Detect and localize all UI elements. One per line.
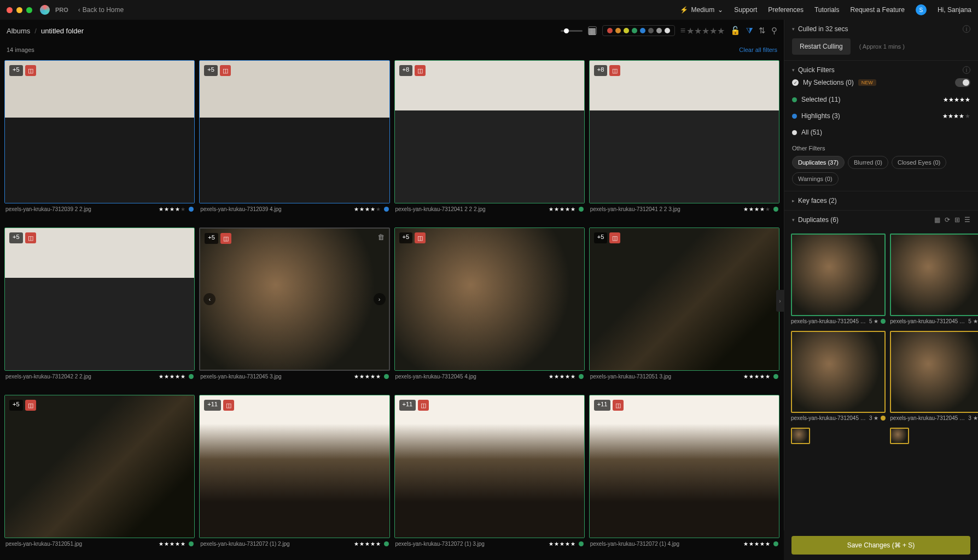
next-arrow[interactable]: › (374, 293, 386, 305)
star-rating[interactable]: ★★★★★ (159, 541, 185, 547)
nav-preferences[interactable]: Preferences (768, 6, 804, 14)
image-card[interactable]: +5◫pexels-yan-krukau-7312039 2 2.jpg★★★★… (4, 60, 195, 223)
view-list-icon[interactable]: ☰ (964, 216, 970, 224)
star-rating[interactable]: ★★★★★ (549, 374, 575, 380)
group-icon[interactable]: ◫ (25, 65, 36, 76)
group-icon[interactable]: ◫ (609, 65, 620, 76)
lock-icon[interactable]: 🔓 (730, 26, 741, 36)
color-dot[interactable] (665, 28, 670, 33)
save-changes-button[interactable]: Save Changes (⌘ + S) (791, 536, 970, 555)
color-dot[interactable] (656, 28, 662, 33)
star-rating[interactable]: ★★★★★ (743, 374, 770, 380)
image-card[interactable]: +5◫pexels-yan-krukau-7312042 2 2.jpg★★★★… (4, 228, 195, 390)
sort-icon[interactable]: ⇅ (759, 26, 766, 36)
group-icon[interactable]: ◫ (223, 400, 234, 411)
duplicate-card[interactable]: pexels-yan-krukau-7312045 3.j…5 ★ (791, 234, 886, 326)
quick-filters-header[interactable]: ▾Quick Filtersi (792, 66, 970, 74)
link-icon[interactable]: ⚲ (771, 26, 777, 36)
speed-selector[interactable]: ⚡Medium⌄ (680, 6, 724, 14)
image-card[interactable]: +5◫pexels-yan-krukau-7312039 4.jpg★★★★★ (199, 60, 389, 223)
filter-chip[interactable]: Duplicates (37) (792, 156, 845, 169)
info-icon[interactable]: i (963, 66, 970, 74)
filter-chip[interactable]: Warnings (0) (792, 172, 839, 185)
color-label-dot[interactable] (384, 207, 389, 212)
filter-selected[interactable]: Selected (11) ★★★★★ (792, 91, 970, 108)
duplicate-card[interactable]: pexels-yan-krukau-7312045 2 …3 ★ (890, 331, 978, 424)
breadcrumb-root[interactable]: Albums (7, 27, 30, 35)
group-icon[interactable]: ◫ (220, 65, 231, 76)
image-card[interactable]: +5◫‹›🗑pexels-yan-krukau-7312045 3.jpg★★★… (199, 228, 389, 390)
group-icon[interactable]: ◫ (220, 233, 231, 244)
image-card[interactable]: +5◫pexels-yan-krukau-7312051 3.jpg★★★★★ (589, 228, 779, 390)
star-rating[interactable]: ★★★★★ (743, 541, 770, 547)
group-icon[interactable]: ◫ (609, 232, 620, 243)
color-label-filter[interactable] (602, 25, 675, 36)
star-rating[interactable]: ★★★★★ (159, 374, 185, 380)
star-rating[interactable]: ★★★★★ (354, 206, 381, 212)
filter-icon[interactable]: ⧩ (746, 26, 753, 36)
filter-all[interactable]: All (51) (792, 124, 970, 141)
group-icon[interactable]: ◫ (415, 65, 426, 76)
image-card[interactable]: +5◫pexels-yan-krukau-7312051.jpg★★★★★ (4, 395, 195, 558)
color-label-dot[interactable] (384, 541, 389, 546)
color-dot[interactable] (648, 28, 654, 33)
group-icon[interactable]: ◫ (415, 232, 426, 243)
thumb-size-slider[interactable] (561, 30, 583, 32)
view-small-grid-icon[interactable]: ⊞ (954, 216, 960, 224)
filter-chip[interactable]: Closed Eyes (0) (892, 156, 946, 169)
color-dot[interactable] (624, 28, 629, 33)
color-label-dot[interactable] (384, 374, 389, 379)
star-filter[interactable]: ≡ ★★★★★ (680, 26, 725, 36)
color-dot[interactable] (607, 28, 613, 33)
duplicates-header[interactable]: ▾Duplicates (6) ▦ ⟳ ⊞ ☰ (792, 216, 970, 224)
color-label-dot[interactable] (189, 541, 194, 546)
nav-tutorials[interactable]: Tutorials (814, 6, 840, 14)
restart-culling-button[interactable]: Restart Culling (792, 38, 851, 55)
group-icon[interactable]: ◫ (25, 232, 36, 243)
expand-sidebar-handle[interactable]: › (776, 290, 784, 312)
group-icon[interactable]: ◫ (613, 400, 624, 411)
color-label-dot[interactable] (189, 207, 194, 212)
grid-view-icon[interactable]: ▦ (588, 26, 597, 35)
avatar[interactable]: S (916, 4, 927, 15)
color-label-dot[interactable] (579, 207, 584, 212)
trash-icon[interactable]: 🗑 (377, 233, 385, 241)
refresh-icon[interactable]: ⟳ (945, 216, 950, 224)
clear-filters[interactable]: Clear all filters (739, 46, 777, 53)
image-card[interactable]: +11◫pexels-yan-krukau-7312072 (1) 3.jpg★… (394, 395, 585, 558)
info-icon[interactable]: i (963, 25, 970, 33)
color-label-dot[interactable] (189, 374, 194, 379)
view-grid-icon[interactable]: ▦ (934, 216, 940, 224)
back-to-home[interactable]: ‹Back to Home (78, 6, 124, 14)
star-rating[interactable]: ★★★★★ (743, 206, 770, 212)
star-rating[interactable]: ★★★★★ (159, 206, 185, 212)
filter-chip[interactable]: Blurred (0) (848, 156, 888, 169)
my-selections-toggle[interactable] (955, 78, 970, 87)
group-icon[interactable]: ◫ (25, 400, 36, 411)
filter-highlights[interactable]: Highlights (3) ★★★★★ (792, 108, 970, 124)
key-faces-header[interactable]: ▸Key faces (2) (792, 197, 970, 205)
user-greeting[interactable]: Hi, Sanjana (938, 6, 971, 14)
color-dot[interactable] (615, 28, 621, 33)
color-label-dot[interactable] (773, 541, 778, 546)
star-rating[interactable]: ★★★★★ (549, 541, 575, 547)
color-label-dot[interactable] (773, 374, 778, 379)
color-dot[interactable] (640, 28, 645, 33)
image-card[interactable]: +8◫pexels-yan-krukau-7312041 2 2 3.jpg★★… (589, 60, 779, 223)
culled-panel-header[interactable]: ▾Culled in 32 secsi (792, 25, 970, 33)
duplicate-card[interactable]: pexels-yan-krukau-7312045 2 …3 ★ (791, 331, 886, 424)
group-icon[interactable]: ◫ (418, 400, 429, 411)
image-card[interactable]: +11◫pexels-yan-krukau-7312072 (1) 4.jpg★… (589, 395, 779, 558)
star-rating[interactable]: ★★★★★ (549, 206, 575, 212)
image-card[interactable]: +8◫pexels-yan-krukau-7312041 2 2 2.jpg★★… (394, 60, 585, 223)
color-label-dot[interactable] (579, 374, 584, 379)
nav-support[interactable]: Support (734, 6, 757, 14)
filter-my-selections[interactable]: ✓ My Selections (0) NEW (792, 74, 970, 91)
color-label-dot[interactable] (773, 207, 778, 212)
duplicate-card[interactable]: pexels-yan-krukau-7312045 4.j…5 ★ (890, 234, 978, 326)
color-label-dot[interactable] (579, 541, 584, 546)
image-card[interactable]: +11◫pexels-yan-krukau-7312072 (1) 2.jpg★… (199, 395, 389, 558)
prev-arrow[interactable]: ‹ (203, 293, 216, 305)
star-rating[interactable]: ★★★★★ (354, 541, 381, 547)
image-card[interactable]: +5◫pexels-yan-krukau-7312045 4.jpg★★★★★ (394, 228, 585, 390)
